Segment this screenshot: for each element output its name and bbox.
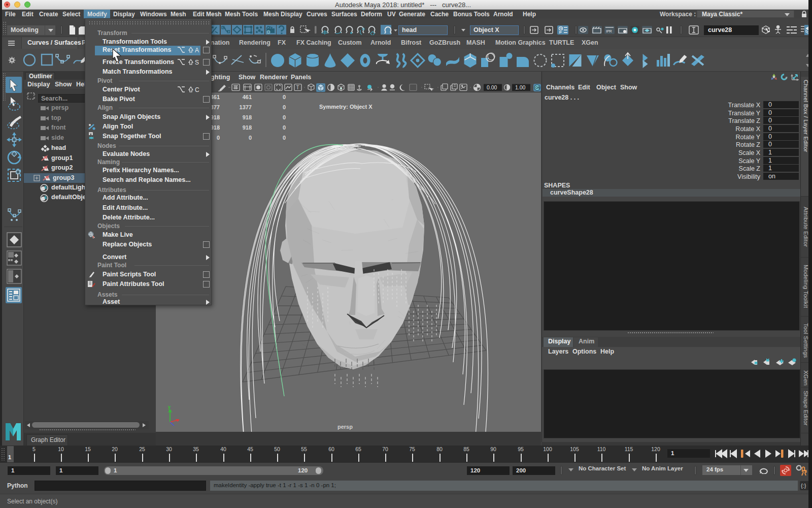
svg-text:A: A [195, 47, 199, 53]
svg-text:{:}: {:} [801, 483, 806, 489]
svg-text:S: S [195, 59, 199, 66]
svg-text:0.00: 0.00 [487, 84, 497, 90]
svg-text:C: C [195, 86, 199, 93]
svg-text:1.00: 1.00 [515, 84, 526, 90]
svg-text:ON: ON [535, 86, 540, 89]
svg-text:T: T [296, 85, 299, 90]
svg-text:IPR: IPR [606, 29, 612, 33]
